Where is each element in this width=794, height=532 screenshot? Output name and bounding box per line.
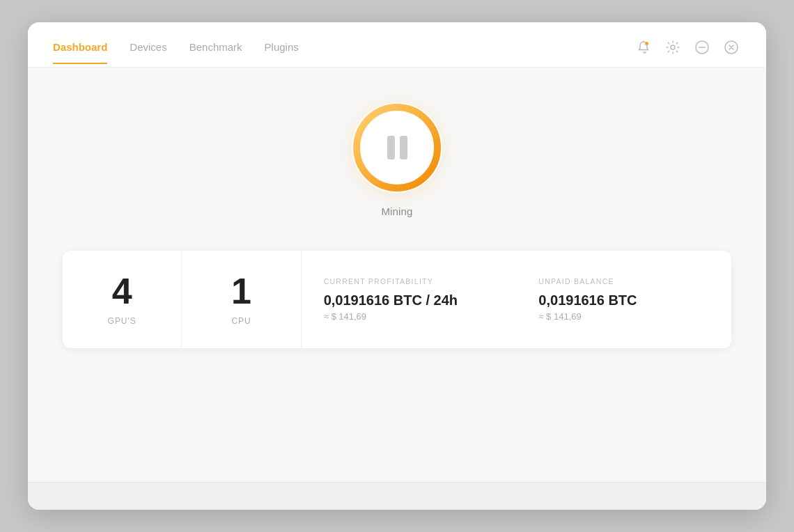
- svg-point-0: [645, 42, 648, 45]
- minimize-icon: [694, 40, 710, 55]
- bottom-bar: [28, 482, 766, 510]
- notifications-button[interactable]: [634, 38, 653, 57]
- stat-profitability: CURRENT PROFITABILITY 0,0191616 BTC / 24…: [302, 251, 517, 348]
- svg-point-1: [671, 45, 675, 49]
- cpu-number: 1: [231, 273, 251, 309]
- balance-section-label: UNPAID BALANCE: [538, 277, 614, 285]
- main-content: Mining 4 GPU'S 1 CPU CURRENT PROFITABILI…: [28, 68, 766, 482]
- profitability-section-label: CURRENT PROFITABILITY: [324, 277, 433, 285]
- pause-bar-right: [400, 136, 407, 159]
- nav-tabs: Dashboard Devices Benchmark Plugins: [53, 41, 299, 64]
- balance-sub: ≈ $ 141,69: [538, 311, 581, 322]
- stat-gpus: 4 GPU'S: [63, 251, 182, 348]
- cpu-label: CPU: [231, 316, 251, 326]
- mining-status-label: Mining: [381, 205, 412, 217]
- nav-bar: Dashboard Devices Benchmark Plugins: [28, 22, 766, 67]
- tab-plugins[interactable]: Plugins: [265, 41, 299, 64]
- tab-benchmark[interactable]: Benchmark: [189, 41, 242, 64]
- close-button[interactable]: [722, 38, 741, 57]
- profitability-value: 0,0191616 BTC / 24h: [324, 292, 458, 308]
- balance-value: 0,0191616 BTC: [538, 292, 637, 308]
- tab-dashboard[interactable]: Dashboard: [53, 41, 107, 64]
- stat-balance: UNPAID BALANCE 0,0191616 BTC ≈ $ 141,69: [516, 251, 731, 348]
- gpus-number: 4: [112, 273, 132, 309]
- profitability-sub: ≈ $ 141,69: [324, 311, 366, 322]
- tab-devices[interactable]: Devices: [130, 41, 166, 64]
- pause-icon: [387, 136, 407, 159]
- gpus-label: GPU'S: [108, 316, 137, 326]
- mining-toggle-button[interactable]: [352, 102, 442, 193]
- gear-icon: [665, 40, 680, 55]
- close-icon: [724, 40, 739, 55]
- mining-control: Mining: [352, 102, 442, 217]
- stats-row: 4 GPU'S 1 CPU CURRENT PROFITABILITY 0,01…: [63, 251, 731, 348]
- nav-icons: [634, 38, 741, 67]
- pause-bar-left: [387, 136, 395, 159]
- app-window: Dashboard Devices Benchmark Plugins: [28, 22, 766, 510]
- minimize-button[interactable]: [692, 38, 712, 57]
- stat-cpu: 1 CPU: [182, 251, 301, 348]
- bell-icon: [637, 40, 651, 54]
- settings-button[interactable]: [663, 38, 683, 57]
